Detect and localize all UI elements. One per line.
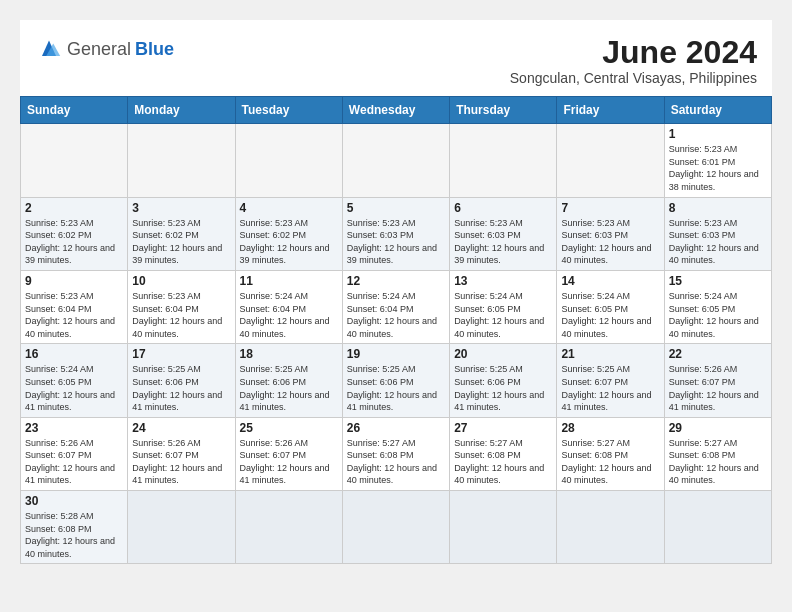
day-18: 18 Sunrise: 5:25 AMSunset: 6:06 PMDaylig… — [235, 344, 342, 417]
day-6: 6 Sunrise: 5:23 AMSunset: 6:03 PMDayligh… — [450, 197, 557, 270]
empty-cell — [128, 491, 235, 564]
title-block: June 2024 Songculan, Central Visayas, Ph… — [510, 35, 757, 86]
day-3: 3 Sunrise: 5:23 AMSunset: 6:02 PMDayligh… — [128, 197, 235, 270]
day-info-1: Sunrise: 5:23 AMSunset: 6:01 PMDaylight:… — [669, 143, 767, 193]
header-friday: Friday — [557, 97, 664, 124]
empty-cell — [557, 491, 664, 564]
day-29: 29 Sunrise: 5:27 AMSunset: 6:08 PMDaylig… — [664, 417, 771, 490]
empty-cell — [21, 124, 128, 197]
calendar-row-2: 2 Sunrise: 5:23 AMSunset: 6:02 PMDayligh… — [21, 197, 772, 270]
day-23: 23 Sunrise: 5:26 AMSunset: 6:07 PMDaylig… — [21, 417, 128, 490]
empty-cell — [235, 124, 342, 197]
day-14: 14 Sunrise: 5:24 AMSunset: 6:05 PMDaylig… — [557, 270, 664, 343]
day-19: 19 Sunrise: 5:25 AMSunset: 6:06 PMDaylig… — [342, 344, 449, 417]
day-25: 25 Sunrise: 5:26 AMSunset: 6:07 PMDaylig… — [235, 417, 342, 490]
day-8: 8 Sunrise: 5:23 AMSunset: 6:03 PMDayligh… — [664, 197, 771, 270]
calendar-row-5: 23 Sunrise: 5:26 AMSunset: 6:07 PMDaylig… — [21, 417, 772, 490]
day-22: 22 Sunrise: 5:26 AMSunset: 6:07 PMDaylig… — [664, 344, 771, 417]
empty-cell — [450, 124, 557, 197]
calendar-row-1: 1 Sunrise: 5:23 AMSunset: 6:01 PMDayligh… — [21, 124, 772, 197]
logo: GeneralBlue — [35, 35, 174, 63]
header-thursday: Thursday — [450, 97, 557, 124]
day-16: 16 Sunrise: 5:24 AMSunset: 6:05 PMDaylig… — [21, 344, 128, 417]
day-1: 1 Sunrise: 5:23 AMSunset: 6:01 PMDayligh… — [664, 124, 771, 197]
header-saturday: Saturday — [664, 97, 771, 124]
day-15: 15 Sunrise: 5:24 AMSunset: 6:05 PMDaylig… — [664, 270, 771, 343]
day-12: 12 Sunrise: 5:24 AMSunset: 6:04 PMDaylig… — [342, 270, 449, 343]
day-27: 27 Sunrise: 5:27 AMSunset: 6:08 PMDaylig… — [450, 417, 557, 490]
weekday-header-row: Sunday Monday Tuesday Wednesday Thursday… — [21, 97, 772, 124]
day-4: 4 Sunrise: 5:23 AMSunset: 6:02 PMDayligh… — [235, 197, 342, 270]
empty-cell — [450, 491, 557, 564]
day-20: 20 Sunrise: 5:25 AMSunset: 6:06 PMDaylig… — [450, 344, 557, 417]
day-11: 11 Sunrise: 5:24 AMSunset: 6:04 PMDaylig… — [235, 270, 342, 343]
day-13: 13 Sunrise: 5:24 AMSunset: 6:05 PMDaylig… — [450, 270, 557, 343]
day-5: 5 Sunrise: 5:23 AMSunset: 6:03 PMDayligh… — [342, 197, 449, 270]
header-sunday: Sunday — [21, 97, 128, 124]
day-24: 24 Sunrise: 5:26 AMSunset: 6:07 PMDaylig… — [128, 417, 235, 490]
day-26: 26 Sunrise: 5:27 AMSunset: 6:08 PMDaylig… — [342, 417, 449, 490]
empty-cell — [664, 491, 771, 564]
day-number-1: 1 — [669, 127, 767, 141]
calendar-row-4: 16 Sunrise: 5:24 AMSunset: 6:05 PMDaylig… — [21, 344, 772, 417]
calendar-row-6: 30 Sunrise: 5:28 AMSunset: 6:08 PMDaylig… — [21, 491, 772, 564]
day-30: 30 Sunrise: 5:28 AMSunset: 6:08 PMDaylig… — [21, 491, 128, 564]
day-7: 7 Sunrise: 5:23 AMSunset: 6:03 PMDayligh… — [557, 197, 664, 270]
empty-cell — [128, 124, 235, 197]
header-monday: Monday — [128, 97, 235, 124]
empty-cell — [342, 491, 449, 564]
day-21: 21 Sunrise: 5:25 AMSunset: 6:07 PMDaylig… — [557, 344, 664, 417]
header-wednesday: Wednesday — [342, 97, 449, 124]
calendar-row-3: 9 Sunrise: 5:23 AMSunset: 6:04 PMDayligh… — [21, 270, 772, 343]
calendar-container: GeneralBlue June 2024 Songculan, Central… — [20, 20, 772, 564]
day-10: 10 Sunrise: 5:23 AMSunset: 6:04 PMDaylig… — [128, 270, 235, 343]
location-subtitle: Songculan, Central Visayas, Philippines — [510, 70, 757, 86]
empty-cell — [557, 124, 664, 197]
logo-blue-text: Blue — [135, 39, 174, 60]
logo-general-text: General — [67, 39, 131, 60]
day-2: 2 Sunrise: 5:23 AMSunset: 6:02 PMDayligh… — [21, 197, 128, 270]
empty-cell — [342, 124, 449, 197]
day-17: 17 Sunrise: 5:25 AMSunset: 6:06 PMDaylig… — [128, 344, 235, 417]
empty-cell — [235, 491, 342, 564]
calendar-table: Sunday Monday Tuesday Wednesday Thursday… — [20, 96, 772, 564]
header: GeneralBlue June 2024 Songculan, Central… — [20, 20, 772, 96]
month-year-title: June 2024 — [510, 35, 757, 70]
generalblue-logo-icon — [35, 35, 63, 63]
header-tuesday: Tuesday — [235, 97, 342, 124]
day-28: 28 Sunrise: 5:27 AMSunset: 6:08 PMDaylig… — [557, 417, 664, 490]
day-9: 9 Sunrise: 5:23 AMSunset: 6:04 PMDayligh… — [21, 270, 128, 343]
